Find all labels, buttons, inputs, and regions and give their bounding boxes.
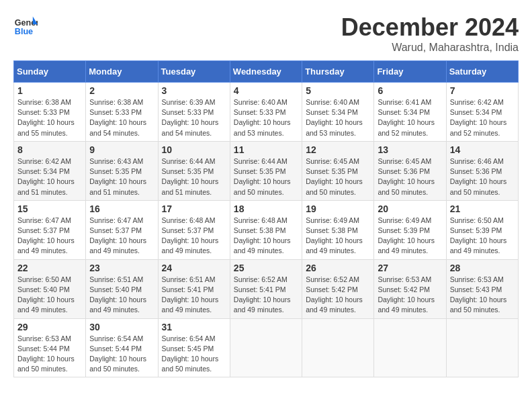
- day-info: Sunrise: 6:54 AMSunset: 5:44 PMDaylight:…: [89, 334, 154, 375]
- day-info: Sunrise: 6:38 AMSunset: 5:33 PMDaylight:…: [89, 97, 154, 138]
- table-row: 8Sunrise: 6:42 AMSunset: 5:34 PMDaylight…: [14, 141, 519, 200]
- day-number: 6: [378, 85, 442, 96]
- list-item: 8Sunrise: 6:42 AMSunset: 5:34 PMDaylight…: [14, 141, 86, 200]
- day-info: Sunrise: 6:51 AMSunset: 5:40 PMDaylight:…: [89, 275, 154, 316]
- day-info: Sunrise: 6:46 AMSunset: 5:36 PMDaylight:…: [450, 156, 515, 197]
- location-subtitle: Warud, Maharashtra, India: [341, 42, 519, 54]
- day-info: Sunrise: 6:41 AMSunset: 5:34 PMDaylight:…: [378, 97, 442, 138]
- day-number: 13: [378, 144, 442, 155]
- list-item: 7Sunrise: 6:42 AMSunset: 5:34 PMDaylight…: [446, 83, 518, 142]
- list-item: 29Sunrise: 6:53 AMSunset: 5:44 PMDayligh…: [14, 318, 86, 377]
- day-number: 18: [234, 203, 298, 214]
- day-info: Sunrise: 6:49 AMSunset: 5:39 PMDaylight:…: [378, 216, 442, 257]
- list-item: 1Sunrise: 6:38 AMSunset: 5:33 PMDaylight…: [14, 83, 86, 142]
- list-item: 28Sunrise: 6:53 AMSunset: 5:43 PMDayligh…: [446, 259, 518, 318]
- header-monday: Monday: [86, 61, 158, 83]
- list-item: 11Sunrise: 6:44 AMSunset: 5:35 PMDayligh…: [230, 141, 302, 200]
- day-info: Sunrise: 6:40 AMSunset: 5:33 PMDaylight:…: [234, 97, 298, 138]
- day-number: 5: [306, 85, 370, 96]
- logo: General Blue: [13, 13, 38, 38]
- day-info: Sunrise: 6:45 AMSunset: 5:35 PMDaylight:…: [306, 156, 370, 197]
- list-item: 27Sunrise: 6:53 AMSunset: 5:42 PMDayligh…: [374, 259, 446, 318]
- table-row: 22Sunrise: 6:50 AMSunset: 5:40 PMDayligh…: [14, 259, 519, 318]
- day-number: 26: [306, 263, 370, 273]
- list-item: [302, 318, 374, 377]
- day-info: Sunrise: 6:44 AMSunset: 5:35 PMDaylight:…: [234, 156, 298, 197]
- day-number: 15: [17, 203, 82, 214]
- header-saturday: Saturday: [446, 61, 518, 83]
- day-number: 20: [378, 203, 442, 214]
- list-item: 16Sunrise: 6:47 AMSunset: 5:37 PMDayligh…: [86, 200, 158, 259]
- list-item: 12Sunrise: 6:45 AMSunset: 5:35 PMDayligh…: [302, 141, 374, 200]
- list-item: 24Sunrise: 6:51 AMSunset: 5:41 PMDayligh…: [158, 259, 230, 318]
- month-title: December 2024: [341, 13, 519, 42]
- day-number: 2: [89, 85, 154, 96]
- list-item: 2Sunrise: 6:38 AMSunset: 5:33 PMDaylight…: [86, 83, 158, 142]
- list-item: 21Sunrise: 6:50 AMSunset: 5:39 PMDayligh…: [446, 200, 518, 259]
- day-info: Sunrise: 6:48 AMSunset: 5:38 PMDaylight:…: [234, 216, 298, 257]
- header-row: Sunday Monday Tuesday Wednesday Thursday…: [14, 61, 519, 83]
- list-item: 23Sunrise: 6:51 AMSunset: 5:40 PMDayligh…: [86, 259, 158, 318]
- calendar-table: Sunday Monday Tuesday Wednesday Thursday…: [13, 60, 519, 377]
- table-row: 15Sunrise: 6:47 AMSunset: 5:37 PMDayligh…: [14, 200, 519, 259]
- header-friday: Friday: [374, 61, 446, 83]
- day-info: Sunrise: 6:48 AMSunset: 5:37 PMDaylight:…: [162, 216, 226, 257]
- day-info: Sunrise: 6:38 AMSunset: 5:33 PMDaylight:…: [17, 97, 82, 138]
- day-info: Sunrise: 6:47 AMSunset: 5:37 PMDaylight:…: [89, 216, 154, 257]
- day-info: Sunrise: 6:47 AMSunset: 5:37 PMDaylight:…: [17, 216, 82, 257]
- day-info: Sunrise: 6:53 AMSunset: 5:43 PMDaylight:…: [450, 275, 515, 316]
- day-number: 27: [378, 263, 442, 273]
- day-info: Sunrise: 6:43 AMSunset: 5:35 PMDaylight:…: [89, 156, 154, 197]
- list-item: 4Sunrise: 6:40 AMSunset: 5:33 PMDaylight…: [230, 83, 302, 142]
- day-number: 30: [89, 322, 154, 332]
- day-number: 17: [162, 203, 226, 214]
- list-item: 9Sunrise: 6:43 AMSunset: 5:35 PMDaylight…: [86, 141, 158, 200]
- list-item: 25Sunrise: 6:52 AMSunset: 5:41 PMDayligh…: [230, 259, 302, 318]
- list-item: 15Sunrise: 6:47 AMSunset: 5:37 PMDayligh…: [14, 200, 86, 259]
- day-info: Sunrise: 6:45 AMSunset: 5:36 PMDaylight:…: [378, 156, 442, 197]
- header-thursday: Thursday: [302, 61, 374, 83]
- day-number: 24: [162, 263, 226, 273]
- table-row: 29Sunrise: 6:53 AMSunset: 5:44 PMDayligh…: [14, 318, 519, 377]
- day-number: 28: [450, 263, 515, 273]
- day-info: Sunrise: 6:53 AMSunset: 5:44 PMDaylight:…: [17, 334, 82, 375]
- day-number: 25: [234, 263, 298, 273]
- day-info: Sunrise: 6:53 AMSunset: 5:42 PMDaylight:…: [378, 275, 442, 316]
- list-item: 10Sunrise: 6:44 AMSunset: 5:35 PMDayligh…: [158, 141, 230, 200]
- header-sunday: Sunday: [14, 61, 86, 83]
- day-info: Sunrise: 6:54 AMSunset: 5:45 PMDaylight:…: [162, 334, 226, 375]
- day-number: 12: [306, 144, 370, 155]
- logo-icon: General Blue: [13, 13, 38, 38]
- day-info: Sunrise: 6:51 AMSunset: 5:41 PMDaylight:…: [162, 275, 226, 316]
- day-number: 21: [450, 203, 515, 214]
- day-info: Sunrise: 6:39 AMSunset: 5:33 PMDaylight:…: [162, 97, 226, 138]
- day-info: Sunrise: 6:44 AMSunset: 5:35 PMDaylight:…: [162, 156, 226, 197]
- list-item: 26Sunrise: 6:52 AMSunset: 5:42 PMDayligh…: [302, 259, 374, 318]
- day-number: 8: [17, 144, 82, 155]
- list-item: [374, 318, 446, 377]
- day-info: Sunrise: 6:50 AMSunset: 5:39 PMDaylight:…: [450, 216, 515, 257]
- list-item: 14Sunrise: 6:46 AMSunset: 5:36 PMDayligh…: [446, 141, 518, 200]
- day-number: 10: [162, 144, 226, 155]
- list-item: 30Sunrise: 6:54 AMSunset: 5:44 PMDayligh…: [86, 318, 158, 377]
- list-item: 6Sunrise: 6:41 AMSunset: 5:34 PMDaylight…: [374, 83, 446, 142]
- table-row: 1Sunrise: 6:38 AMSunset: 5:33 PMDaylight…: [14, 83, 519, 142]
- list-item: 19Sunrise: 6:49 AMSunset: 5:38 PMDayligh…: [302, 200, 374, 259]
- list-item: 13Sunrise: 6:45 AMSunset: 5:36 PMDayligh…: [374, 141, 446, 200]
- day-number: 22: [17, 263, 82, 273]
- day-number: 14: [450, 144, 515, 155]
- day-number: 16: [89, 203, 154, 214]
- day-number: 9: [89, 144, 154, 155]
- list-item: 17Sunrise: 6:48 AMSunset: 5:37 PMDayligh…: [158, 200, 230, 259]
- day-info: Sunrise: 6:40 AMSunset: 5:34 PMDaylight:…: [306, 97, 370, 138]
- list-item: 18Sunrise: 6:48 AMSunset: 5:38 PMDayligh…: [230, 200, 302, 259]
- day-info: Sunrise: 6:42 AMSunset: 5:34 PMDaylight:…: [450, 97, 515, 138]
- day-number: 4: [234, 85, 298, 96]
- list-item: [446, 318, 518, 377]
- list-item: 22Sunrise: 6:50 AMSunset: 5:40 PMDayligh…: [14, 259, 86, 318]
- list-item: 3Sunrise: 6:39 AMSunset: 5:33 PMDaylight…: [158, 83, 230, 142]
- day-number: 1: [17, 85, 82, 96]
- header-tuesday: Tuesday: [158, 61, 230, 83]
- day-number: 11: [234, 144, 298, 155]
- day-info: Sunrise: 6:42 AMSunset: 5:34 PMDaylight:…: [17, 156, 82, 197]
